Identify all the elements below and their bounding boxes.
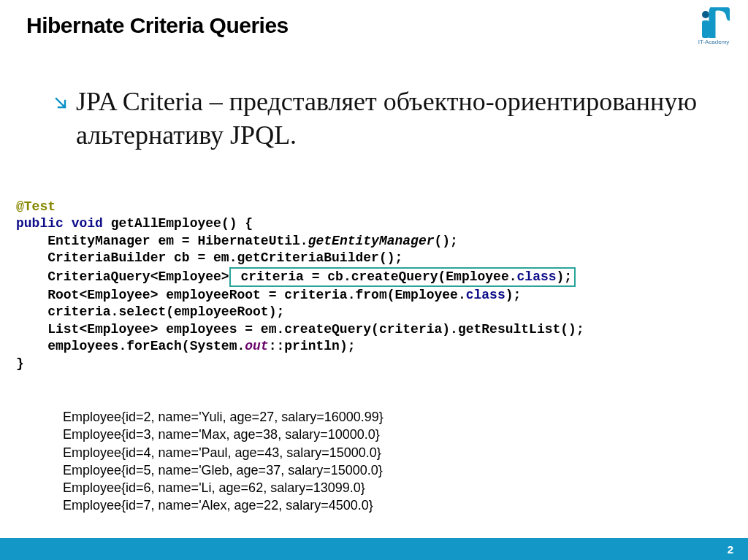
code-line: EntityManager em = HibernateUtil. xyxy=(16,234,308,248)
page-number: 2 xyxy=(728,543,733,556)
highlighted-code-box: criteria = cb.createQuery(Employee.class… xyxy=(229,267,576,287)
code-text: criteria = cb.createQuery(Employee. xyxy=(233,269,517,284)
output-line: Employee{id=3, name='Max, age=38, salary… xyxy=(63,427,380,442)
code-kw-class: class xyxy=(466,288,505,302)
output-line: Employee{id=5, name='Gleb, age=37, salar… xyxy=(63,463,383,477)
code-kw-void: void xyxy=(72,216,103,231)
code-annotation: @Test xyxy=(16,199,56,214)
code-text: ); xyxy=(505,288,522,302)
bullet-item: JPA Criteria – представляет объектно-ори… xyxy=(54,85,704,152)
footer-bar: 2 xyxy=(0,538,748,560)
code-text: (); xyxy=(435,234,458,248)
output-block: Employee{id=2, name='Yuli, age=27, salar… xyxy=(63,408,383,515)
code-close-brace: } xyxy=(16,356,24,371)
it-academy-icon xyxy=(698,7,730,38)
code-method-name: getAllEmployee xyxy=(111,216,221,231)
logo: IT-Academy xyxy=(692,7,735,50)
output-line: Employee{id=6, name='Li, age=62, salary=… xyxy=(63,480,365,495)
code-line: criteria.select(employeeRoot); xyxy=(16,304,284,319)
code-text: ); xyxy=(557,269,573,284)
code-kw-class: class xyxy=(517,269,557,284)
output-line: Employee{id=2, name='Yuli, age=27, salar… xyxy=(63,410,383,424)
code-kw-public: public xyxy=(16,216,64,231)
code-line: CriteriaQuery<Employee> xyxy=(16,269,229,284)
code-line: CriteriaBuilder cb = em.getCriteriaBuild… xyxy=(16,250,402,265)
code-line: employees.forEach(System. xyxy=(16,339,245,353)
svg-point-1 xyxy=(702,11,709,18)
code-static-call: getEntityManager xyxy=(308,234,435,248)
code-line: Root<Employee> employeeRoot = criteria.f… xyxy=(16,288,466,302)
output-line: Employee{id=4, name='Paul, age=43, salar… xyxy=(63,445,381,460)
svg-rect-0 xyxy=(702,20,709,38)
slide-title: Hibernate Criteria Queries xyxy=(26,13,289,38)
arrow-bullet-icon xyxy=(54,96,67,112)
code-line: List<Employee> employees = em.createQuer… xyxy=(16,322,584,337)
logo-caption: IT-Academy xyxy=(698,39,730,45)
code-block: @Test public void getAllEmployee() { Ent… xyxy=(16,199,584,372)
bullet-text: JPA Criteria – представляет объектно-ори… xyxy=(76,85,704,152)
output-line: Employee{id=7, name='Alex, age=22, salar… xyxy=(63,498,373,513)
code-text: ::println); xyxy=(269,339,356,353)
code-static-field: out xyxy=(245,339,268,353)
